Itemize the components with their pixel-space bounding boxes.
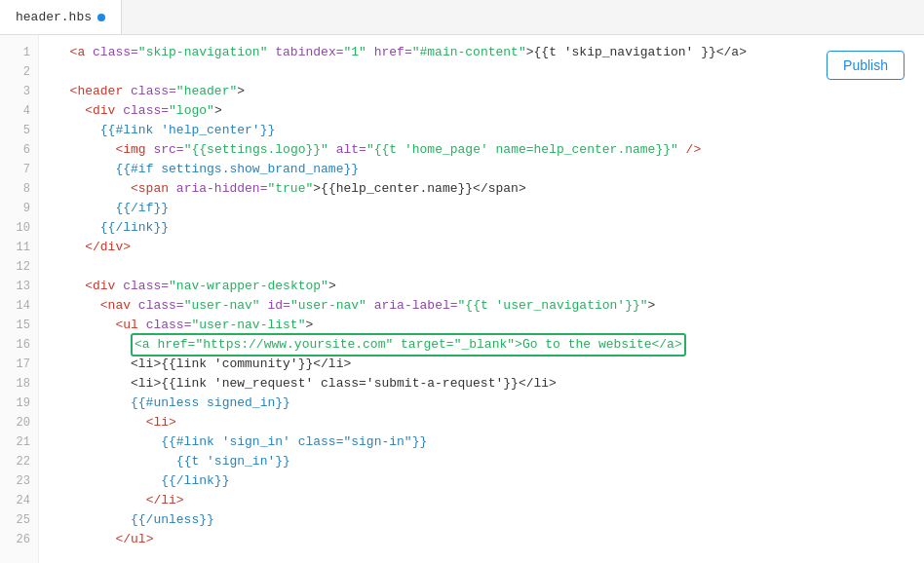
code-token: src= — [153, 140, 183, 160]
code-line: {{/if}} — [55, 199, 924, 218]
code-token — [55, 355, 131, 374]
code-token: {{/link}} — [161, 471, 229, 491]
code-token — [260, 296, 268, 316]
line-number: 8 — [0, 179, 38, 199]
code-token: "{{settings.logo}}" — [184, 140, 328, 160]
line-number: 24 — [0, 491, 38, 510]
code-token — [138, 316, 146, 335]
code-token: </ul> — [115, 530, 153, 549]
code-token — [55, 491, 146, 510]
code-token: tabindex= — [267, 43, 343, 62]
code-line: <img src="{{settings.logo}}" alt="{{t 'h… — [55, 140, 924, 160]
code-token — [55, 82, 70, 101]
code-token — [328, 140, 336, 160]
code-token: </div> — [85, 238, 131, 257]
code-token: href= — [366, 43, 412, 62]
code-token — [55, 374, 131, 394]
code-token: </li> — [146, 491, 184, 510]
code-token — [55, 218, 100, 238]
code-line: <li> — [55, 413, 924, 432]
code-line: {{#link 'sign_in' class="sign-in"}} — [55, 432, 924, 452]
publish-button[interactable]: Publish — [827, 51, 905, 80]
line-number: 2 — [0, 62, 38, 82]
code-line: <a class="skip-navigation" tabindex="1" … — [55, 43, 924, 62]
tab-modified-dot — [97, 14, 105, 21]
code-line — [55, 257, 924, 277]
line-number: 16 — [0, 335, 38, 355]
code-token: <li> — [146, 413, 176, 432]
code-token — [366, 296, 374, 316]
code-line: {{#unless signed_in}} — [55, 394, 924, 413]
code-token — [55, 432, 161, 452]
code-token: <nav — [100, 296, 131, 316]
code-token — [55, 238, 85, 257]
line-number: 25 — [0, 510, 38, 530]
code-line: <li>{{link 'community'}}</li> — [55, 355, 924, 374]
code-token — [55, 316, 115, 335]
code-line: <div class="nav-wrapper-desktop"> — [55, 277, 924, 296]
tab-bar: header.hbs — [0, 0, 924, 35]
code-line: {{/link}} — [55, 471, 924, 491]
line-number: 21 — [0, 432, 38, 452]
code-token: <img — [115, 140, 145, 160]
line-number: 6 — [0, 140, 38, 160]
code-line: {{#if settings.show_brand_name}} — [55, 160, 924, 179]
code-token — [55, 394, 131, 413]
code-token — [115, 277, 123, 296]
code-line: <a href="https://www.yoursite.com" targe… — [55, 335, 924, 355]
code-token — [55, 510, 131, 530]
line-number: 20 — [0, 413, 38, 432]
code-token — [55, 121, 100, 140]
code-token: class= — [146, 316, 192, 335]
code-token: <li>{{link 'new_request' class='submit-a… — [131, 374, 557, 394]
code-token — [123, 82, 131, 101]
code-token: {{#if settings.show_brand_name}} — [115, 160, 359, 179]
code-token: <a — [70, 43, 86, 62]
line-number: 19 — [0, 394, 38, 413]
line-number: 23 — [0, 471, 38, 491]
code-token: aria-hidden= — [176, 179, 268, 199]
code-token — [55, 160, 115, 179]
code-token: <header — [70, 82, 124, 101]
code-token: > — [648, 296, 656, 316]
code-token — [55, 140, 115, 160]
code-token — [85, 43, 93, 62]
tab-header-hbs[interactable]: header.hbs — [0, 0, 122, 34]
code-token: >{{t 'skip_navigation' }}</a> — [526, 43, 747, 62]
code-token — [55, 413, 146, 432]
code-token: "nav-wrapper-desktop" — [169, 277, 328, 296]
code-line: {{/link}} — [55, 218, 924, 238]
code-area[interactable]: <a class="skip-navigation" tabindex="1" … — [39, 35, 924, 563]
code-line: </li> — [55, 491, 924, 510]
code-token: > — [237, 82, 245, 101]
code-line: <div class="logo"> — [55, 101, 924, 121]
line-number: 18 — [0, 374, 38, 394]
code-token: {{t 'sign_in'}} — [176, 452, 290, 471]
code-line: <header class="header"> — [55, 82, 924, 101]
code-token: <div — [85, 277, 115, 296]
code-token — [131, 296, 138, 316]
code-token: <li>{{link 'community'}}</li> — [131, 355, 351, 374]
code-token: {{#link 'sign_in' class="sign-in"}} — [161, 432, 427, 452]
code-token: "#main-content" — [412, 43, 526, 62]
code-token: aria-label= — [374, 296, 458, 316]
line-number: 11 — [0, 238, 38, 257]
code-line: </div> — [55, 238, 924, 257]
code-token — [55, 179, 131, 199]
line-number: 10 — [0, 218, 38, 238]
code-line: {{/unless}} — [55, 510, 924, 530]
editor-container: 1234567891011121314151617181920212223242… — [0, 35, 924, 563]
code-token: id= — [267, 296, 289, 316]
code-token — [55, 335, 131, 355]
code-token: "1" — [343, 43, 366, 62]
code-token — [55, 277, 85, 296]
code-token — [169, 179, 176, 199]
code-token: >{{help_center.name}}</span> — [313, 179, 525, 199]
code-token — [55, 43, 70, 62]
code-token — [115, 101, 123, 121]
line-number: 3 — [0, 82, 38, 101]
code-token: alt= — [336, 140, 366, 160]
tab-filename: header.hbs — [16, 10, 92, 24]
highlighted-code: <a href="https://www.yoursite.com" targe… — [131, 333, 686, 357]
line-number: 12 — [0, 257, 38, 277]
